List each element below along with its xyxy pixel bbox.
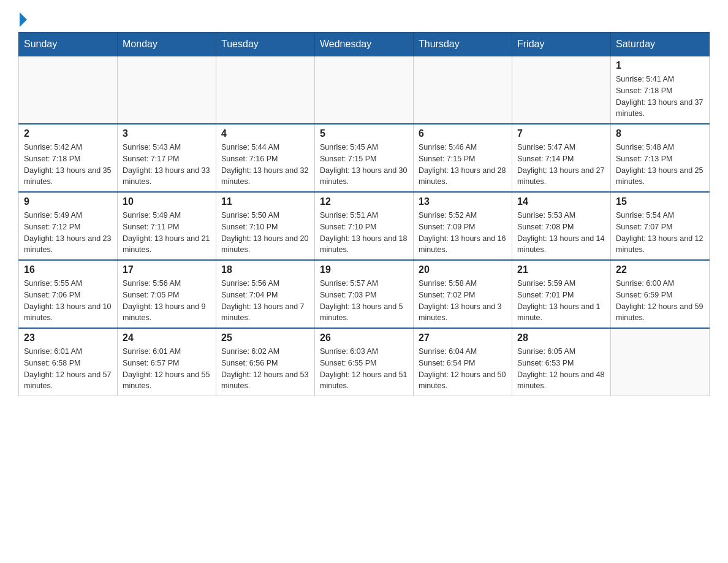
calendar-cell [118, 56, 216, 124]
calendar-cell [216, 56, 315, 124]
calendar-cell: 14Sunrise: 5:53 AM Sunset: 7:08 PM Dayli… [512, 192, 611, 260]
weekday-header-row: SundayMondayTuesdayWednesdayThursdayFrid… [19, 33, 710, 56]
day-number: 9 [24, 196, 112, 207]
weekday-header-thursday: Thursday [414, 33, 512, 56]
day-number: 24 [123, 332, 211, 343]
week-row-2: 2Sunrise: 5:42 AM Sunset: 7:18 PM Daylig… [19, 124, 710, 192]
day-number: 25 [221, 332, 309, 343]
day-number: 10 [123, 196, 211, 207]
calendar-cell: 27Sunrise: 6:04 AM Sunset: 6:54 PM Dayli… [414, 328, 512, 396]
calendar-cell: 15Sunrise: 5:54 AM Sunset: 7:07 PM Dayli… [611, 192, 710, 260]
week-row-1: 1Sunrise: 5:41 AM Sunset: 7:18 PM Daylig… [19, 56, 710, 124]
day-info: Sunrise: 5:59 AM Sunset: 7:01 PM Dayligh… [517, 278, 605, 324]
week-row-3: 9Sunrise: 5:49 AM Sunset: 7:12 PM Daylig… [19, 192, 710, 260]
day-info: Sunrise: 5:50 AM Sunset: 7:10 PM Dayligh… [221, 210, 309, 256]
day-info: Sunrise: 6:04 AM Sunset: 6:54 PM Dayligh… [419, 346, 507, 392]
calendar-cell: 26Sunrise: 6:03 AM Sunset: 6:55 PM Dayli… [315, 328, 414, 396]
day-number: 12 [320, 196, 408, 207]
day-number: 3 [123, 128, 211, 139]
day-info: Sunrise: 5:45 AM Sunset: 7:15 PM Dayligh… [320, 142, 408, 188]
calendar-cell: 6Sunrise: 5:46 AM Sunset: 7:15 PM Daylig… [414, 124, 512, 192]
day-number: 27 [419, 332, 507, 343]
day-info: Sunrise: 5:46 AM Sunset: 7:15 PM Dayligh… [419, 142, 507, 188]
day-number: 18 [221, 264, 309, 275]
day-info: Sunrise: 5:41 AM Sunset: 7:18 PM Dayligh… [616, 74, 704, 120]
day-info: Sunrise: 5:51 AM Sunset: 7:10 PM Dayligh… [320, 210, 408, 256]
day-number: 14 [517, 196, 605, 207]
day-info: Sunrise: 5:53 AM Sunset: 7:08 PM Dayligh… [517, 210, 605, 256]
day-number: 4 [221, 128, 309, 139]
day-number: 15 [616, 196, 704, 207]
calendar-cell: 7Sunrise: 5:47 AM Sunset: 7:14 PM Daylig… [512, 124, 611, 192]
day-number: 8 [616, 128, 704, 139]
day-info: Sunrise: 5:47 AM Sunset: 7:14 PM Dayligh… [517, 142, 605, 188]
calendar-cell: 19Sunrise: 5:57 AM Sunset: 7:03 PM Dayli… [315, 260, 414, 328]
calendar-cell: 10Sunrise: 5:49 AM Sunset: 7:11 PM Dayli… [118, 192, 216, 260]
calendar-table: SundayMondayTuesdayWednesdayThursdayFrid… [18, 32, 710, 396]
calendar-cell [611, 328, 710, 396]
day-info: Sunrise: 5:56 AM Sunset: 7:05 PM Dayligh… [123, 278, 211, 324]
calendar-cell: 4Sunrise: 5:44 AM Sunset: 7:16 PM Daylig… [216, 124, 315, 192]
week-row-5: 23Sunrise: 6:01 AM Sunset: 6:58 PM Dayli… [19, 328, 710, 396]
calendar-cell: 28Sunrise: 6:05 AM Sunset: 6:53 PM Dayli… [512, 328, 611, 396]
day-info: Sunrise: 6:02 AM Sunset: 6:56 PM Dayligh… [221, 346, 309, 392]
day-info: Sunrise: 6:01 AM Sunset: 6:58 PM Dayligh… [24, 346, 112, 392]
weekday-header-monday: Monday [118, 33, 216, 56]
logo-arrow-icon [20, 12, 27, 27]
day-info: Sunrise: 5:44 AM Sunset: 7:16 PM Dayligh… [221, 142, 309, 188]
calendar-cell: 2Sunrise: 5:42 AM Sunset: 7:18 PM Daylig… [19, 124, 118, 192]
day-number: 20 [419, 264, 507, 275]
day-info: Sunrise: 5:55 AM Sunset: 7:06 PM Dayligh… [24, 278, 112, 324]
day-number: 26 [320, 332, 408, 343]
day-number: 5 [320, 128, 408, 139]
weekday-header-friday: Friday [512, 33, 611, 56]
calendar-cell: 12Sunrise: 5:51 AM Sunset: 7:10 PM Dayli… [315, 192, 414, 260]
calendar-cell: 11Sunrise: 5:50 AM Sunset: 7:10 PM Dayli… [216, 192, 315, 260]
calendar-cell: 20Sunrise: 5:58 AM Sunset: 7:02 PM Dayli… [414, 260, 512, 328]
calendar-cell: 1Sunrise: 5:41 AM Sunset: 7:18 PM Daylig… [611, 56, 710, 124]
day-number: 28 [517, 332, 605, 343]
calendar-cell: 16Sunrise: 5:55 AM Sunset: 7:06 PM Dayli… [19, 260, 118, 328]
calendar-cell: 21Sunrise: 5:59 AM Sunset: 7:01 PM Dayli… [512, 260, 611, 328]
calendar-cell [19, 56, 118, 124]
calendar-cell: 3Sunrise: 5:43 AM Sunset: 7:17 PM Daylig… [118, 124, 216, 192]
day-info: Sunrise: 6:00 AM Sunset: 6:59 PM Dayligh… [616, 278, 704, 324]
day-info: Sunrise: 5:42 AM Sunset: 7:18 PM Dayligh… [24, 142, 112, 188]
day-number: 2 [24, 128, 112, 139]
weekday-header-tuesday: Tuesday [216, 33, 315, 56]
day-info: Sunrise: 5:56 AM Sunset: 7:04 PM Dayligh… [221, 278, 309, 324]
week-row-4: 16Sunrise: 5:55 AM Sunset: 7:06 PM Dayli… [19, 260, 710, 328]
day-info: Sunrise: 6:05 AM Sunset: 6:53 PM Dayligh… [517, 346, 605, 392]
day-number: 23 [24, 332, 112, 343]
calendar-cell: 17Sunrise: 5:56 AM Sunset: 7:05 PM Dayli… [118, 260, 216, 328]
weekday-header-saturday: Saturday [611, 33, 710, 56]
day-info: Sunrise: 5:49 AM Sunset: 7:12 PM Dayligh… [24, 210, 112, 256]
day-info: Sunrise: 5:57 AM Sunset: 7:03 PM Dayligh… [320, 278, 408, 324]
calendar-cell: 9Sunrise: 5:49 AM Sunset: 7:12 PM Daylig… [19, 192, 118, 260]
day-number: 19 [320, 264, 408, 275]
day-number: 1 [616, 60, 704, 71]
calendar-cell [414, 56, 512, 124]
calendar-cell: 8Sunrise: 5:48 AM Sunset: 7:13 PM Daylig… [611, 124, 710, 192]
day-number: 7 [517, 128, 605, 139]
calendar-cell: 22Sunrise: 6:00 AM Sunset: 6:59 PM Dayli… [611, 260, 710, 328]
calendar-cell: 5Sunrise: 5:45 AM Sunset: 7:15 PM Daylig… [315, 124, 414, 192]
day-number: 21 [517, 264, 605, 275]
day-info: Sunrise: 6:03 AM Sunset: 6:55 PM Dayligh… [320, 346, 408, 392]
day-number: 22 [616, 264, 704, 275]
calendar-cell: 13Sunrise: 5:52 AM Sunset: 7:09 PM Dayli… [414, 192, 512, 260]
calendar-cell: 18Sunrise: 5:56 AM Sunset: 7:04 PM Dayli… [216, 260, 315, 328]
weekday-header-wednesday: Wednesday [315, 33, 414, 56]
weekday-header-sunday: Sunday [19, 33, 118, 56]
calendar-cell: 24Sunrise: 6:01 AM Sunset: 6:57 PM Dayli… [118, 328, 216, 396]
page-header [18, 12, 710, 26]
day-info: Sunrise: 5:52 AM Sunset: 7:09 PM Dayligh… [419, 210, 507, 256]
logo [18, 12, 27, 26]
day-info: Sunrise: 5:43 AM Sunset: 7:17 PM Dayligh… [123, 142, 211, 188]
day-number: 6 [419, 128, 507, 139]
day-info: Sunrise: 5:48 AM Sunset: 7:13 PM Dayligh… [616, 142, 704, 188]
calendar-cell: 25Sunrise: 6:02 AM Sunset: 6:56 PM Dayli… [216, 328, 315, 396]
calendar-cell: 23Sunrise: 6:01 AM Sunset: 6:58 PM Dayli… [19, 328, 118, 396]
day-number: 13 [419, 196, 507, 207]
day-info: Sunrise: 6:01 AM Sunset: 6:57 PM Dayligh… [123, 346, 211, 392]
